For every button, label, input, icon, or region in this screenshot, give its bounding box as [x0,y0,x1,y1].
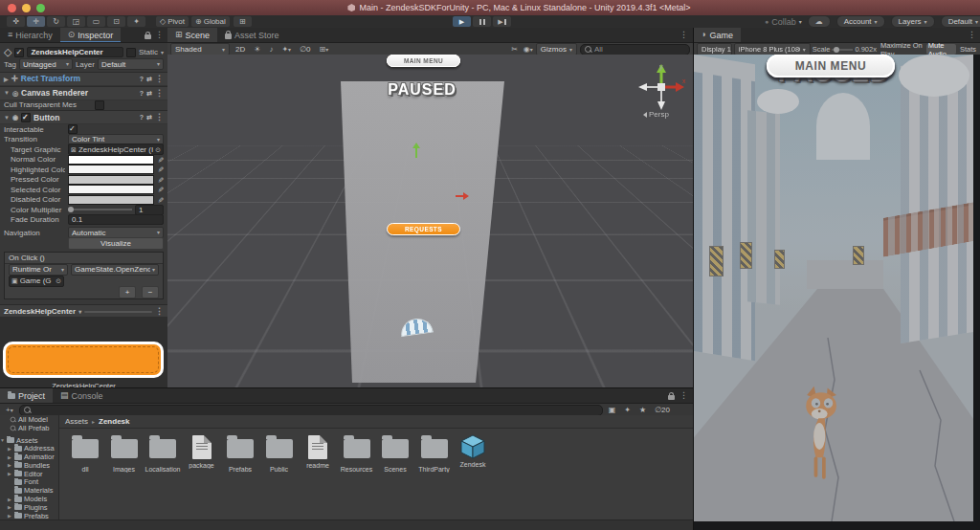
component-menu-icon[interactable]: ⋮ [155,113,164,121]
scale-slider-thumb[interactable] [834,47,839,53]
layout-dropdown[interactable]: Default ▾ [941,15,980,28]
global-toggle[interactable]: ⊕ Global [191,16,230,27]
tab-scene[interactable]: ⊞ Scene [167,28,217,42]
tab-asset-store[interactable]: Asset Store [217,28,287,42]
tree-folder-item[interactable]: ▶ Animatior [0,453,58,461]
project-item[interactable]: package [184,434,220,469]
move-gizmo-x-axis[interactable] [456,195,467,197]
project-panel-menu-icon[interactable]: ⋮ [675,391,693,400]
preview-caret-icon[interactable]: ▾ [78,309,81,315]
color-swatch[interactable] [68,195,154,205]
tree-folder-item[interactable]: ▶ Plugins [0,503,58,512]
preview-resize-handle[interactable] [84,311,152,313]
component-canvas-renderer[interactable]: ▼ ◎ Canvas Renderer ? ⇄ ⋮ [0,86,167,100]
object-picker-icon[interactable]: ⊙ [155,146,161,153]
custom-tool-button[interactable]: ✦ [127,16,145,27]
project-item[interactable]: Localisation [145,434,181,473]
grid-snap-button[interactable]: ⊞ [234,16,252,27]
2d-toggle[interactable]: 2D [233,44,248,55]
button-enabled-checkbox[interactable] [21,113,31,122]
eyedropper-icon[interactable]: ✎ [157,176,165,183]
help-icon[interactable]: ? [140,76,144,82]
fold-icon[interactable]: ▶ [4,76,9,82]
target-graphic-field[interactable]: ⊠ ZendeskHelpCenter (Im ⊙ [68,144,164,155]
tree-folder-item[interactable]: ▶ Editor [0,470,58,478]
component-rect-transform[interactable]: ▶ ✛ Rect Transform ? ⇄ ⋮ [0,72,167,86]
search-by-type-button[interactable]: ▣ [606,405,619,415]
component-tools-button[interactable]: ✂ [508,44,521,55]
tab-game[interactable]: ◗ Game [694,28,741,42]
component-menu-icon[interactable]: ⋮ [155,89,164,98]
color-multiplier-value[interactable]: 1 [135,205,164,215]
pivot-toggle[interactable]: ◇ Pivot [156,16,189,27]
game-panel-menu-icon[interactable]: ⋮ [963,31,980,39]
presets-icon[interactable]: ⇄ [146,90,152,97]
tree-folder-item[interactable]: Font [0,478,58,487]
project-item[interactable]: readme [300,434,336,469]
tree-fold-icon[interactable]: ▶ [8,504,12,510]
tree-folder-item[interactable]: ▶ Models [0,495,58,503]
tag-dropdown[interactable]: Untagged ▾ [19,58,73,70]
help-icon[interactable]: ? [140,90,144,97]
move-tool-button[interactable]: ✛ [27,16,45,27]
tree-fold-icon[interactable]: ▶ [8,462,12,468]
saved-search-item[interactable]: All Prefab [0,424,58,432]
project-item[interactable]: Prefabs [222,434,258,473]
project-item[interactable]: Scenes [377,434,413,473]
color-swatch[interactable] [68,175,154,185]
collab-dropdown[interactable]: ● Collab ▾ [765,17,802,27]
project-item[interactable]: Zendesk [455,434,491,468]
tab-hierarchy[interactable]: ≡ Hierarchy [0,28,60,42]
scene-menu-button[interactable]: REQUESTS [387,223,460,235]
tree-fold-icon[interactable]: ▶ [8,454,12,460]
tree-fold-icon[interactable]: ▶ [8,513,12,519]
add-event-button[interactable]: + [119,286,136,298]
scale-tool-button[interactable]: ◲ [67,16,85,27]
saved-search-item[interactable]: All Model [0,415,58,424]
transform-tool-button[interactable]: ⊡ [107,16,125,27]
project-item[interactable]: dll [67,434,103,473]
project-item[interactable]: ThirdParty [416,434,453,473]
project-item[interactable]: Images [106,434,143,473]
help-icon[interactable]: ? [140,114,144,121]
project-item[interactable]: Public [261,434,298,473]
camera-dropdown[interactable]: ◉▾ [521,44,536,55]
slider-thumb[interactable] [68,207,74,212]
cloud-button[interactable]: ☁ [808,15,831,28]
perspective-toggle[interactable]: Persp [640,110,669,119]
component-menu-icon[interactable]: ⋮ [155,75,164,83]
tree-fold-icon[interactable]: ▶ [8,497,12,502]
presets-icon[interactable]: ⇄ [146,114,152,121]
stats-toggle[interactable]: Stats [958,44,978,55]
breadcrumb-current[interactable]: Zendesk [99,417,129,426]
hidden-packages-count[interactable]: ∅ 20 [652,405,673,415]
rect-tool-button[interactable]: ▭ [87,16,105,27]
maximize-on-play-toggle[interactable]: Maximize On Play [879,44,924,55]
tree-folder-item[interactable]: ▼ Assets [0,436,58,445]
step-button[interactable]: ▶ [493,16,511,27]
interactable-checkbox[interactable] [68,124,78,134]
tab-inspector[interactable]: ⊙ Inspector [60,28,122,42]
object-name-field[interactable]: ZendeskHelpCenter [27,47,123,57]
audio-toggle[interactable]: ♪ [266,44,276,55]
pause-button[interactable] [473,16,491,27]
scene-menu-button[interactable]: MAIN MENU [387,55,460,67]
fold-icon[interactable]: ▼ [4,90,10,96]
search-by-label-button[interactable]: ✦ [621,405,634,415]
remove-event-button[interactable]: − [142,286,159,298]
eyedropper-icon[interactable]: ✎ [157,156,165,163]
object-picker-icon[interactable]: ⊙ [56,277,61,284]
game-menu-button[interactable]: MAIN MENU [767,55,895,77]
panel-menu-icon[interactable]: ⋮ [151,31,167,39]
account-dropdown[interactable]: Account ▾ [836,15,885,28]
color-swatch[interactable] [68,155,154,165]
static-caret-icon[interactable]: ▾ [161,50,164,55]
event-target-field[interactable]: ▣ Game (G ⊙ [9,276,64,287]
preview-menu-icon[interactable]: ⋮ [155,307,164,316]
scale-slider[interactable] [832,49,853,51]
minimize-button[interactable] [22,4,31,12]
tree-fold-icon[interactable]: ▼ [0,437,5,443]
layers-dropdown[interactable]: Layers ▾ [891,15,935,28]
tab-console[interactable]: ▤ Console [53,388,111,403]
eyedropper-icon[interactable]: ✎ [157,187,165,193]
